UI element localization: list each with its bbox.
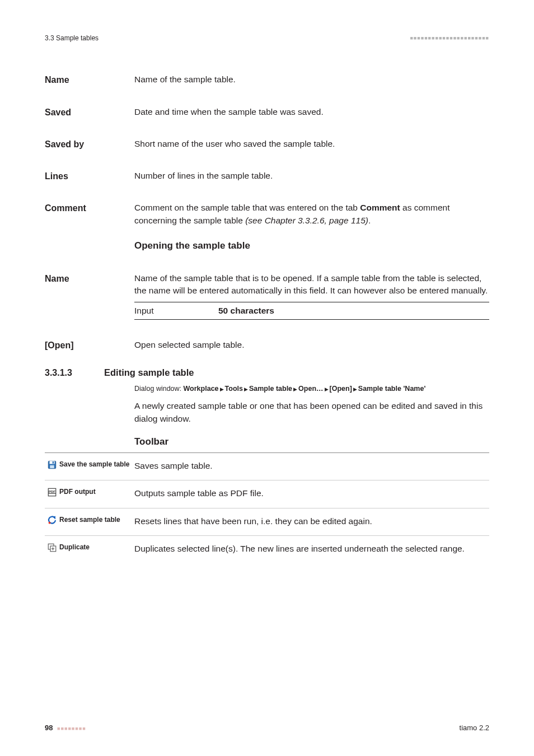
comment-body-a: Comment on the sample table that was ent… xyxy=(134,203,360,212)
def-saved-body: Date and time when the sample table was … xyxy=(134,98,489,118)
opening-input-row: Input 50 characters xyxy=(134,302,489,320)
opening-open-label: [Open] xyxy=(45,331,134,352)
def-lines-label: Lines xyxy=(45,162,134,183)
save-icon xyxy=(47,460,57,470)
header-section-ref: 3.3 Sample tables xyxy=(45,34,99,43)
toolbar-pdf-label-cell: PDF PDF output xyxy=(47,487,134,500)
triangle-icon: ▶ xyxy=(219,386,225,392)
def-saved-label: Saved xyxy=(45,98,134,119)
opening-input-label: Input xyxy=(134,305,218,317)
footer-ornament: ■■■■■■■■ xyxy=(57,726,86,731)
dialog-part-5: Sample table 'Name' xyxy=(358,385,426,393)
def-name-label: Name xyxy=(45,66,134,86)
toolbar-pdf-body: Outputs sample table as PDF file. xyxy=(134,487,489,500)
svg-point-8 xyxy=(49,521,51,524)
def-lines: Lines Number of lines in the sample tabl… xyxy=(45,162,489,183)
dialog-part-1: Tools xyxy=(225,385,243,393)
toolbar-table: Save the sample table Saves sample table… xyxy=(45,452,489,563)
section-title: Editing sample table xyxy=(104,366,194,380)
toolbar-row-save: Save the sample table Saves sample table… xyxy=(45,453,489,480)
toolbar-save-body: Saves sample table. xyxy=(134,460,489,472)
def-comment-label: Comment xyxy=(45,194,134,214)
footer-page-number: 98 xyxy=(45,724,53,732)
def-saved: Saved Date and time when the sample tabl… xyxy=(45,98,489,119)
footer-left: 98 ■■■■■■■■ xyxy=(45,723,86,734)
def-savedby-body: Short name of the user who saved the sam… xyxy=(134,130,489,150)
duplicate-icon xyxy=(47,543,57,553)
section-number: 3.3.1.3 xyxy=(45,366,104,379)
toolbar-row-duplicate: Duplicate Duplicates selected line(s). T… xyxy=(45,536,489,563)
toolbar-reset-body: Resets lines that have been run, i.e. th… xyxy=(134,515,489,528)
def-comment: Comment Comment on the sample table that… xyxy=(45,194,489,227)
def-name-body: Name of the sample table. xyxy=(134,66,489,86)
svg-text:PDF: PDF xyxy=(49,490,55,493)
opening-heading: Opening the sample table xyxy=(134,239,489,253)
svg-rect-2 xyxy=(50,465,54,468)
section-heading: 3.3.1.3 Editing sample table xyxy=(45,366,489,380)
opening-name-label: Name xyxy=(45,264,134,285)
def-name: Name Name of the sample table. xyxy=(45,66,489,86)
dialog-part-3: Open… xyxy=(298,385,323,393)
toolbar-heading: Toolbar xyxy=(134,435,489,449)
toolbar-save-label-cell: Save the sample table xyxy=(47,460,134,472)
comment-body-bold: Comment xyxy=(360,203,400,212)
toolbar-duplicate-body: Duplicates selected line(s). The new lin… xyxy=(134,543,489,555)
triangle-icon: ▶ xyxy=(243,386,249,392)
dialog-window-path: Dialog window: Workplace▶Tools▶Sample ta… xyxy=(134,383,489,394)
page: 3.3 Sample tables ■■■■■■■■■■■■■■■■■■■■■■… xyxy=(0,0,534,756)
toolbar-duplicate-label: Duplicate xyxy=(59,543,90,552)
comment-body-italic: (see Chapter 3.3.2.6, page 115) xyxy=(245,216,368,225)
def-savedby-label: Saved by xyxy=(45,130,134,151)
def-lines-body: Number of lines in the sample table. xyxy=(134,162,489,182)
triangle-icon: ▶ xyxy=(324,386,330,392)
opening-open-body: Open selected sample table. xyxy=(134,331,489,351)
toolbar-row-reset: Reset sample table Resets lines that hav… xyxy=(45,508,489,536)
opening-name-body: Name of the sample table that is to be o… xyxy=(134,264,489,297)
triangle-icon: ▶ xyxy=(352,386,358,392)
def-savedby: Saved by Short name of the user who save… xyxy=(45,130,489,151)
toolbar-save-label: Save the sample table xyxy=(59,460,129,469)
page-footer: 98 ■■■■■■■■ tiamo 2.2 xyxy=(45,723,489,734)
page-header: 3.3 Sample tables ■■■■■■■■■■■■■■■■■■■■■■ xyxy=(45,34,489,43)
footer-product: tiamo 2.2 xyxy=(460,723,489,734)
dialog-part-2: Sample table xyxy=(249,385,292,393)
triangle-icon: ▶ xyxy=(292,386,298,392)
svg-rect-3 xyxy=(53,461,54,464)
pdf-icon: PDF xyxy=(47,487,57,497)
toolbar-reset-label: Reset sample table xyxy=(59,515,120,525)
comment-body-c: . xyxy=(368,216,371,225)
opening-input-value: 50 characters xyxy=(218,305,274,317)
opening-open: [Open] Open selected sample table. xyxy=(45,331,489,352)
opening-name: Name Name of the sample table that is to… xyxy=(45,264,489,297)
dialog-prefix: Dialog window: xyxy=(134,385,184,393)
def-comment-body: Comment on the sample table that was ent… xyxy=(134,194,489,227)
toolbar-pdf-label: PDF output xyxy=(59,487,96,497)
svg-rect-1 xyxy=(50,461,55,464)
toolbar-reset-label-cell: Reset sample table xyxy=(47,515,134,528)
section-paragraph: A newly created sample table or one that… xyxy=(134,400,489,425)
toolbar-duplicate-label-cell: Duplicate xyxy=(47,543,134,555)
dialog-part-4: [Open] xyxy=(330,385,352,393)
toolbar-row-pdf: PDF PDF output Outputs sample table as P… xyxy=(45,480,489,508)
dialog-part-0: Workplace xyxy=(184,385,219,393)
header-ornament: ■■■■■■■■■■■■■■■■■■■■■■ xyxy=(410,35,489,42)
reset-icon xyxy=(47,515,57,525)
